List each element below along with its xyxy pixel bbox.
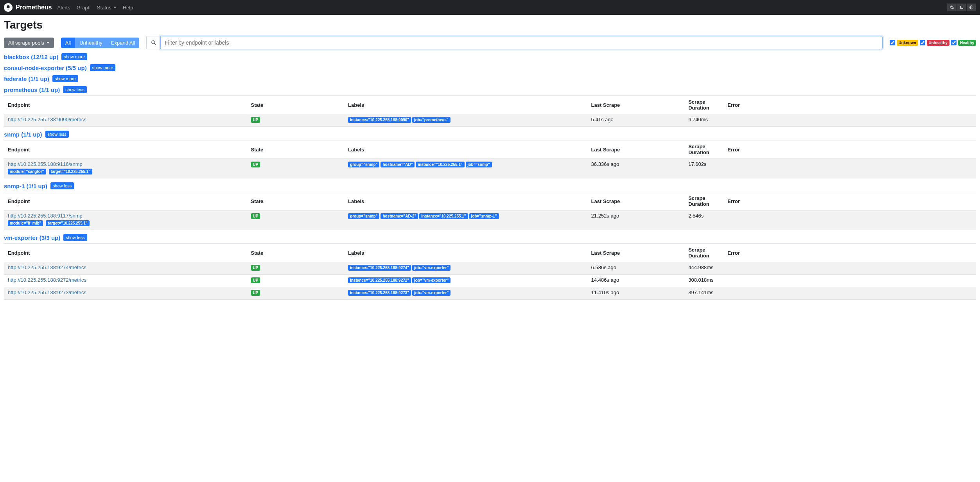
col-state: State bbox=[247, 96, 345, 114]
last-scrape: 5.41s ago bbox=[587, 114, 685, 127]
label-badge: group="snmp" bbox=[348, 213, 379, 219]
nav-alerts[interactable]: Alerts bbox=[57, 5, 70, 11]
state-badge: UP bbox=[251, 277, 260, 283]
moon-icon[interactable] bbox=[957, 4, 966, 11]
show-less-button[interactable]: show less bbox=[63, 234, 87, 241]
show-less-button[interactable]: show less bbox=[63, 86, 86, 93]
error-cell bbox=[723, 262, 976, 275]
nav-status[interactable]: Status bbox=[97, 5, 117, 11]
col-labels: Labels bbox=[344, 96, 587, 114]
col-scrape_duration: Scrape Duration bbox=[684, 192, 723, 210]
targets-table: EndpointStateLabelsLast ScrapeScrape Dur… bbox=[4, 140, 976, 178]
contrast-icon[interactable] bbox=[967, 4, 976, 11]
last-scrape: 14.486s ago bbox=[587, 275, 685, 287]
targets-table: EndpointStateLabelsLast ScrapeScrape Dur… bbox=[4, 243, 976, 300]
endpoint-link[interactable]: http://10.225.255.188:9090/metrics bbox=[8, 117, 86, 122]
scrape-pools-dropdown[interactable]: All scrape pools bbox=[4, 38, 54, 48]
label-badge: instance="10.225.255.188:9274" bbox=[348, 265, 411, 271]
show-more-button[interactable]: show more bbox=[90, 64, 116, 71]
search-icon bbox=[146, 36, 160, 49]
nav-graph[interactable]: Graph bbox=[77, 5, 91, 11]
col-last_scrape: Last Scrape bbox=[587, 244, 685, 262]
gear-icon[interactable] bbox=[947, 4, 957, 11]
show-less-button[interactable]: show less bbox=[50, 182, 74, 189]
table-row: http://10.225.255.188:9117/snmpmodule="i… bbox=[4, 210, 976, 230]
state-badge: UP bbox=[251, 290, 260, 296]
unknown-checkbox[interactable] bbox=[890, 40, 895, 45]
col-last_scrape: Last Scrape bbox=[587, 140, 685, 159]
pool-title[interactable]: consul-node-exporter (5/5 up) bbox=[4, 65, 87, 71]
chevron-down-icon bbox=[47, 42, 50, 43]
navbar: Prometheus Alerts Graph Status Help bbox=[0, 0, 980, 15]
label-badge: group="snmp" bbox=[348, 162, 379, 167]
col-endpoint: Endpoint bbox=[4, 96, 247, 114]
pool-header: federate (1/1 up)show more bbox=[4, 75, 976, 82]
pool-header: consul-node-exporter (5/5 up)show more bbox=[4, 64, 976, 71]
table-row: http://10.225.255.188:9273/metricsUPinst… bbox=[4, 287, 976, 300]
col-error: Error bbox=[723, 140, 976, 159]
pool-title[interactable]: federate (1/1 up) bbox=[4, 76, 49, 82]
scrape-pools-label: All scrape pools bbox=[8, 40, 44, 46]
pools-list: blackbox (12/12 up)show moreconsul-node-… bbox=[4, 53, 976, 300]
state-badge: UP bbox=[251, 213, 260, 219]
label-badge: job="vm-exporter" bbox=[412, 277, 451, 283]
pool-title[interactable]: snmp-1 (1/1 up) bbox=[4, 183, 47, 189]
unhealthy-badge: Unhealthy bbox=[927, 40, 949, 46]
label-badge: instance="10.225.255.1" bbox=[419, 213, 468, 219]
label-badge: instance="10.225.255.188:9090" bbox=[348, 117, 411, 123]
endpoint-param-badge: module="if_mib" bbox=[8, 220, 43, 226]
col-labels: Labels bbox=[344, 192, 587, 210]
pool-header: snmp (1/1 up)show less bbox=[4, 131, 976, 138]
state-badge: UP bbox=[251, 265, 260, 271]
endpoint-link[interactable]: http://10.225.255.188:9116/snmp bbox=[8, 161, 83, 167]
pool-title[interactable]: blackbox (12/12 up) bbox=[4, 54, 58, 60]
show-less-button[interactable]: show less bbox=[45, 131, 69, 138]
endpoint-link[interactable]: http://10.225.255.188:9272/metrics bbox=[8, 277, 86, 283]
col-state: State bbox=[247, 140, 345, 159]
endpoint-link[interactable]: http://10.225.255.188:9117/snmp bbox=[8, 213, 83, 219]
error-cell bbox=[723, 275, 976, 287]
expand-all-button[interactable]: Expand All bbox=[107, 38, 139, 48]
unknown-badge: Unknown bbox=[897, 40, 918, 46]
svg-line-1 bbox=[154, 43, 156, 45]
filter-buttons: All Unhealthy Expand All bbox=[61, 38, 139, 48]
endpoint-link[interactable]: http://10.225.255.188:9274/metrics bbox=[8, 264, 86, 270]
col-endpoint: Endpoint bbox=[4, 140, 247, 159]
pool-title[interactable]: snmp (1/1 up) bbox=[4, 131, 42, 138]
pool-title[interactable]: prometheus (1/1 up) bbox=[4, 86, 60, 93]
nav-help[interactable]: Help bbox=[123, 5, 133, 11]
col-state: State bbox=[247, 192, 345, 210]
table-row: http://10.225.255.188:9090/metricsUPinst… bbox=[4, 114, 976, 127]
col-error: Error bbox=[723, 192, 976, 210]
targets-table: EndpointStateLabelsLast ScrapeScrape Dur… bbox=[4, 95, 976, 127]
filter-all-button[interactable]: All bbox=[61, 38, 75, 48]
error-cell bbox=[723, 114, 976, 127]
table-row: http://10.225.255.188:9274/metricsUPinst… bbox=[4, 262, 976, 275]
scrape-duration: 444.988ms bbox=[684, 262, 723, 275]
endpoint-link[interactable]: http://10.225.255.188:9273/metrics bbox=[8, 290, 86, 295]
show-more-button[interactable]: show more bbox=[61, 53, 87, 60]
col-labels: Labels bbox=[344, 140, 587, 159]
pool-title[interactable]: vm-exporter (3/3 up) bbox=[4, 234, 60, 241]
label-badge: instance="10.225.255.188:9273" bbox=[348, 290, 411, 296]
col-scrape_duration: Scrape Duration bbox=[684, 96, 723, 114]
scrape-duration: 17.602s bbox=[684, 159, 723, 178]
scrape-duration: 308.018ms bbox=[684, 275, 723, 287]
last-scrape: 36.336s ago bbox=[587, 159, 685, 178]
health-toggles: Unknown Unhealthy Healthy bbox=[890, 40, 976, 46]
show-more-button[interactable]: show more bbox=[52, 75, 78, 82]
filter-unhealthy-button[interactable]: Unhealthy bbox=[75, 38, 107, 48]
pool-header: prometheus (1/1 up)show less bbox=[4, 86, 976, 93]
unhealthy-checkbox[interactable] bbox=[920, 40, 925, 45]
label-badge: hostname="AD" bbox=[381, 162, 415, 167]
page-title: Targets bbox=[4, 19, 976, 31]
filter-input[interactable] bbox=[160, 36, 882, 49]
nav-links: Alerts Graph Status Help bbox=[57, 5, 133, 11]
brand-title: Prometheus bbox=[16, 4, 52, 11]
brand[interactable]: Prometheus bbox=[4, 3, 52, 12]
endpoint-param-badge: module="sangfor" bbox=[8, 169, 46, 174]
healthy-checkbox[interactable] bbox=[951, 40, 957, 45]
error-cell bbox=[723, 210, 976, 230]
pool-header: vm-exporter (3/3 up)show less bbox=[4, 234, 976, 241]
state-badge: UP bbox=[251, 117, 260, 123]
